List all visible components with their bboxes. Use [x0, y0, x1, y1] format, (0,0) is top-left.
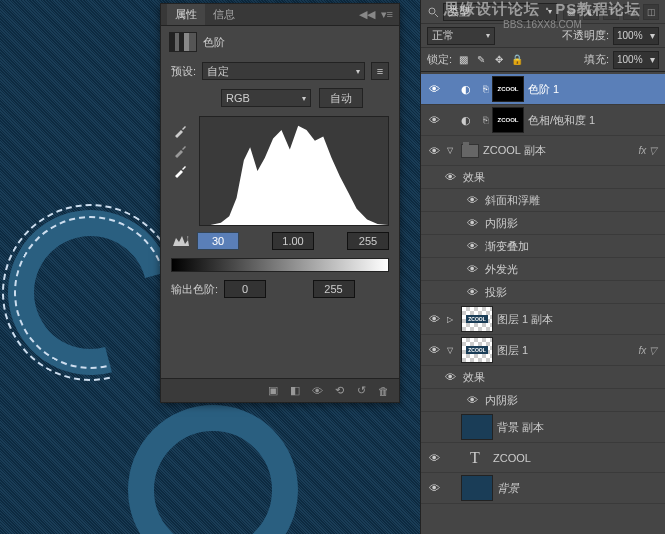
layer-list[interactable]: 👁◐⎘ZCOOL色阶 1👁◐⎘ZCOOL色相/饱和度 1👁▽ZCOOL 副本fx… [421, 74, 665, 534]
layer-name[interactable]: 图层 1 副本 [497, 312, 553, 327]
layer-row[interactable]: 👁投影 [421, 281, 665, 304]
panel-menu-icon[interactable]: ▾≡ [381, 8, 393, 21]
layer-name[interactable]: 内阴影 [485, 393, 518, 408]
filter-type-icon[interactable]: T [603, 4, 619, 20]
lock-transparency-icon[interactable]: ▩ [456, 53, 470, 67]
layer-name[interactable]: 背景 副本 [497, 420, 544, 435]
input-black-point[interactable] [197, 232, 239, 250]
output-black-slider[interactable] [168, 270, 176, 278]
visibility-toggle-icon[interactable]: 👁 [441, 368, 459, 386]
layer-row[interactable]: 👁内阴影 [421, 389, 665, 412]
channel-dropdown[interactable]: RGB ▾ [221, 89, 311, 107]
layer-name[interactable]: 色相/饱和度 1 [528, 113, 595, 128]
visibility-toggle-icon[interactable]: 👁 [425, 111, 443, 129]
input-gamma[interactable] [272, 232, 314, 250]
link-icon[interactable]: ⎘ [483, 84, 488, 94]
visibility-toggle-icon[interactable]: 👁 [441, 168, 459, 186]
layer-mask-thumb[interactable]: ZCOOL [492, 76, 524, 102]
link-icon[interactable]: ⎘ [483, 115, 488, 125]
layer-row[interactable]: 👁内阴影 [421, 212, 665, 235]
visibility-toggle-icon[interactable]: 👁 [425, 310, 443, 328]
visibility-toggle-icon[interactable]: 👁 [463, 260, 481, 278]
eyedropper-white-icon[interactable] [171, 164, 189, 178]
layer-row[interactable]: 👁TZCOOL [421, 443, 665, 473]
layer-name[interactable]: 效果 [463, 370, 485, 385]
eyedropper-gray-icon[interactable] [171, 144, 189, 158]
layer-mask-thumb[interactable]: ZCOOL [492, 107, 524, 133]
layer-row[interactable]: 👁斜面和浮雕 [421, 189, 665, 212]
visibility-toggle-icon[interactable]: 👁 [463, 283, 481, 301]
filter-adjustment-icon[interactable]: ◐ [583, 4, 599, 20]
layer-row[interactable]: 👁◐⎘ZCOOL色阶 1 [421, 74, 665, 105]
layer-row[interactable]: 👁效果 [421, 366, 665, 389]
visibility-toggle-icon[interactable] [425, 418, 443, 436]
auto-button[interactable]: 自动 [319, 88, 363, 108]
visibility-toggle-icon[interactable]: 👁 [463, 191, 481, 209]
tab-properties[interactable]: 属性 [167, 4, 205, 25]
layer-row[interactable]: 👁◐⎘ZCOOL色相/饱和度 1 [421, 105, 665, 136]
visibility-toggle-icon[interactable]: 👁 [463, 391, 481, 409]
lock-all-icon[interactable]: 🔒 [510, 53, 524, 67]
filter-smart-icon[interactable]: ◫ [643, 4, 659, 20]
output-black-point[interactable] [224, 280, 266, 298]
lock-position-icon[interactable]: ✥ [492, 53, 506, 67]
opacity-input[interactable]: 100%▾ [613, 27, 659, 45]
layer-thumb[interactable]: ZCOOL [461, 337, 493, 363]
layer-name[interactable]: 背景 [497, 481, 519, 496]
fill-input[interactable]: 100%▾ [613, 51, 659, 69]
layer-row[interactable]: 👁▽ZCOOL图层 1fx ▽ [421, 335, 665, 366]
panel-collapse-icon[interactable]: ◀◀ [359, 8, 375, 21]
layer-name[interactable]: 内阴影 [485, 216, 518, 231]
visibility-toggle-icon[interactable]: 👁 [425, 479, 443, 497]
output-gradient[interactable] [171, 258, 389, 272]
layer-row[interactable]: 👁外发光 [421, 258, 665, 281]
visibility-toggle-icon[interactable]: 👁 [463, 214, 481, 232]
layer-name[interactable]: 外发光 [485, 262, 518, 277]
layer-row[interactable]: 👁▽ZCOOL 副本fx ▽ [421, 136, 665, 166]
layer-name[interactable]: 投影 [485, 285, 507, 300]
delete-adjustment-icon[interactable]: 🗑 [373, 382, 393, 400]
visibility-toggle-icon[interactable]: 👁 [425, 142, 443, 160]
filter-pixel-icon[interactable]: ▩ [563, 4, 579, 20]
blend-mode-dropdown[interactable]: 正常 ▾ [427, 27, 495, 45]
filter-shape-icon[interactable]: ▭ [623, 4, 639, 20]
layer-row[interactable]: 👁渐变叠加 [421, 235, 665, 258]
layer-name[interactable]: 渐变叠加 [485, 239, 529, 254]
visibility-toggle-icon[interactable]: 👁 [463, 237, 481, 255]
layer-name[interactable]: 色阶 1 [528, 82, 559, 97]
preset-dropdown[interactable]: 自定 ▾ [202, 62, 365, 80]
input-white-point[interactable] [347, 232, 389, 250]
expand-icon[interactable]: ▷ [447, 315, 457, 324]
view-previous-icon[interactable]: ⟲ [329, 382, 349, 400]
layer-row[interactable]: 背景 副本 [421, 412, 665, 443]
visibility-toggle-icon[interactable]: 👁 [425, 80, 443, 98]
layer-row[interactable]: 👁效果 [421, 166, 665, 189]
output-white-point[interactable] [313, 280, 355, 298]
layer-name[interactable]: 斜面和浮雕 [485, 193, 540, 208]
layer-row[interactable]: 👁▷ZCOOL图层 1 副本 [421, 304, 665, 335]
visibility-toggle-icon[interactable]: 👁 [425, 341, 443, 359]
preset-menu-button[interactable]: ≡ [371, 62, 389, 80]
layer-fx-badge[interactable]: fx ▽ [638, 145, 661, 156]
layer-thumb[interactable] [461, 475, 493, 501]
toggle-visibility-icon[interactable]: 👁 [307, 382, 327, 400]
layer-fx-badge[interactable]: fx ▽ [638, 345, 661, 356]
tab-info[interactable]: 信息 [205, 4, 243, 25]
eyedropper-black-icon[interactable] [171, 124, 189, 138]
layer-name[interactable]: ZCOOL [493, 452, 531, 464]
target-adjustment-icon[interactable]: ▣ [263, 382, 283, 400]
expand-icon[interactable]: ▽ [447, 146, 457, 155]
visibility-toggle-icon[interactable]: 👁 [425, 449, 443, 467]
output-white-slider[interactable] [384, 270, 392, 278]
layer-thumb[interactable]: ZCOOL [461, 306, 493, 332]
layer-name[interactable]: 效果 [463, 170, 485, 185]
clip-to-layer-icon[interactable]: ◧ [285, 382, 305, 400]
layer-name[interactable]: ZCOOL 副本 [483, 143, 546, 158]
layer-thumb[interactable] [461, 414, 493, 440]
expand-icon[interactable]: ▽ [447, 346, 457, 355]
lock-pixels-icon[interactable]: ✎ [474, 53, 488, 67]
filter-kind-dropdown[interactable]: 类型 ▾ [443, 3, 557, 21]
layer-name[interactable]: 图层 1 [497, 343, 528, 358]
reset-icon[interactable]: ↺ [351, 382, 371, 400]
layer-row[interactable]: 👁背景 [421, 473, 665, 504]
